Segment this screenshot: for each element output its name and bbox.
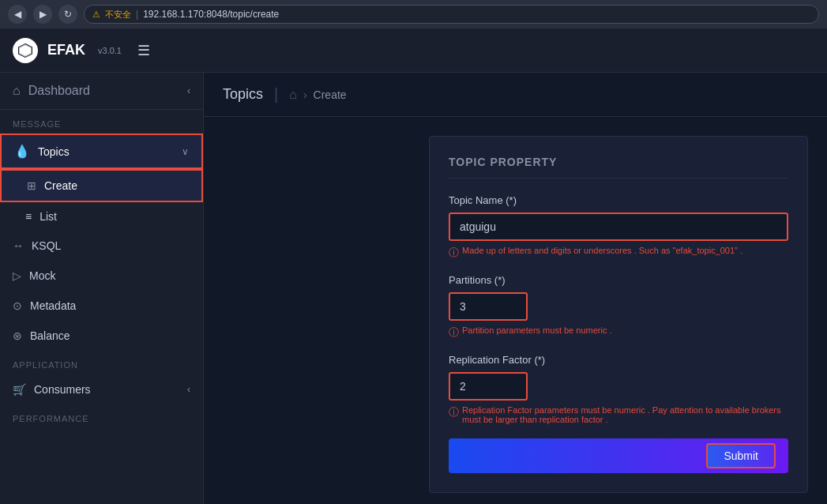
sidebar-ksql-label: KSQL [32, 239, 61, 252]
partitions-error-icon: ⓘ [449, 325, 459, 340]
dashboard-icon: ⌂ [13, 84, 21, 98]
create-icon: ⊞ [27, 179, 36, 192]
topic-name-group: Topic Name (*) ⓘ Made up of letters and … [449, 194, 788, 260]
consumers-chevron-icon: ‹ [187, 384, 190, 395]
logo-icon [13, 38, 38, 63]
topics-icon: 💧 [14, 144, 30, 159]
sidebar-item-metadata[interactable]: ⊙ Metadata [0, 291, 203, 321]
forward-button[interactable]: ▶ [33, 5, 52, 24]
submit-button[interactable]: Submit [706, 443, 776, 468]
sidebar-section-performance: PERFORMANCE [0, 404, 203, 428]
insecure-label: 不安全 [105, 9, 131, 21]
sidebar-item-consumers[interactable]: 🛒 Consumers ‹ [0, 374, 203, 404]
app-header: EFAK v3.0.1 ☰ [0, 28, 827, 73]
partitions-label: Partitions (*) [449, 274, 788, 286]
sidebar-create-label: Create [44, 179, 77, 192]
topic-name-error-icon: ⓘ [449, 246, 459, 260]
balance-icon: ⊛ [13, 329, 22, 342]
url-bar[interactable]: ⚠ 不安全 | 192.168.1.170:8048/topic/create [84, 5, 819, 24]
sidebar-item-mock[interactable]: ▷ Mock [0, 261, 203, 291]
sidebar: ⌂ Dashboard ‹ MESSAGE 💧 Topics ∨ ⊞ Creat… [0, 73, 204, 504]
partitions-input[interactable] [449, 292, 528, 321]
breadcrumb-separator: › [303, 88, 307, 101]
replication-error-icon: ⓘ [449, 405, 459, 419]
app-name: EFAK [47, 42, 85, 58]
sidebar-item-topics[interactable]: 💧 Topics ∨ [0, 134, 203, 169]
sidebar-metadata-label: Metadata [30, 299, 76, 312]
sidebar-mock-label: Mock [29, 269, 55, 282]
sidebar-item-dashboard[interactable]: ⌂ Dashboard ‹ [0, 73, 203, 110]
sidebar-item-balance[interactable]: ⊛ Balance [0, 321, 203, 351]
sidebar-list-label: List [39, 210, 57, 223]
warning-icon: ⚠ [92, 9, 100, 20]
partitions-error: ⓘ Partition parameters must be numeric . [449, 325, 788, 340]
topic-property-card: TOPIC PROPERTY Topic Name (*) ⓘ Made up … [429, 136, 808, 493]
url-text: 192.168.1.170:8048/topic/create [143, 9, 279, 20]
sidebar-topics-label: Topics [38, 145, 70, 158]
main-body: TOPIC PROPERTY Topic Name (*) ⓘ Made up … [204, 117, 827, 504]
topic-name-label: Topic Name (*) [449, 194, 788, 206]
card-title: TOPIC PROPERTY [449, 156, 788, 179]
sidebar-item-create[interactable]: ⊞ Create [0, 169, 203, 202]
consumers-icon: 🛒 [13, 383, 26, 396]
sidebar-consumers-label: Consumers [34, 383, 91, 396]
partitions-group: Partitions (*) ⓘ Partition parameters mu… [449, 274, 788, 340]
submit-bar[interactable]: Submit [449, 438, 788, 473]
page-title: Topics [223, 86, 263, 103]
replication-group: Replication Factor (*) ⓘ Replication Fac… [449, 354, 788, 424]
replication-label: Replication Factor (*) [449, 354, 788, 366]
sidebar-item-ksql[interactable]: ↔ KSQL [0, 231, 203, 261]
chevron-down-icon: ∨ [182, 146, 189, 157]
collapse-icon: ‹ [187, 85, 190, 96]
hamburger-button[interactable]: ☰ [137, 42, 150, 59]
main-content: Topics | ⌂ › Create TOPIC PROPERTY Topic… [204, 73, 827, 504]
back-button[interactable]: ◀ [8, 5, 27, 24]
mock-icon: ▷ [13, 269, 21, 282]
ksql-icon: ↔ [13, 239, 24, 252]
sidebar-balance-label: Balance [30, 329, 70, 342]
topic-name-error: ⓘ Made up of letters and digits or under… [449, 246, 788, 260]
metadata-icon: ⊙ [13, 299, 22, 312]
breadcrumb-home-icon[interactable]: ⌂ [289, 88, 297, 102]
app-version: v3.0.1 [98, 46, 122, 55]
page-header: Topics | ⌂ › Create [204, 73, 827, 117]
sidebar-section-message: MESSAGE [0, 110, 203, 134]
sidebar-item-list[interactable]: ≡ List [0, 202, 203, 231]
replication-input[interactable] [449, 372, 528, 401]
replication-error: ⓘ Replication Factor parameters must be … [449, 405, 788, 424]
reload-button[interactable]: ↻ [58, 5, 77, 24]
breadcrumb-create: Create [314, 88, 347, 101]
list-icon: ≡ [25, 210, 32, 223]
sidebar-section-application: APPLICATION [0, 351, 203, 374]
browser-bar: ◀ ▶ ↻ ⚠ 不安全 | 192.168.1.170:8048/topic/c… [0, 0, 827, 28]
topic-name-input[interactable] [449, 213, 788, 241]
sidebar-dashboard-label: Dashboard [28, 84, 90, 98]
